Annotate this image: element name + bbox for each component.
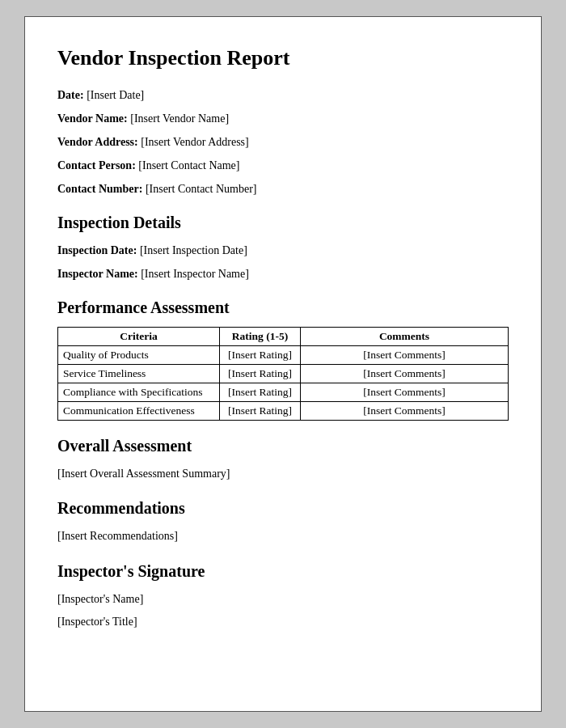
rating-cell: [Insert Rating] <box>220 402 301 421</box>
comments-cell: [Insert Comments] <box>301 346 509 365</box>
overall-assessment-content: [Insert Overall Assessment Summary] <box>57 465 509 483</box>
contact-number-value: [Insert Contact Number] <box>146 183 257 195</box>
contact-person-field: Contact Person: [Insert Contact Name] <box>57 157 509 174</box>
table-row: Communication Effectiveness[Insert Ratin… <box>58 402 509 421</box>
performance-assessment-title: Performance Assessment <box>57 298 509 317</box>
comments-cell: [Insert Comments] <box>301 365 509 383</box>
table-row: Compliance with Specifications[Insert Ra… <box>58 383 509 402</box>
vendor-name-label: Vendor Name: <box>57 112 128 125</box>
criteria-cell: Quality of Products <box>58 346 220 365</box>
table-header-row: Criteria Rating (1-5) Comments <box>58 328 509 346</box>
vendor-address-label: Vendor Address: <box>57 136 138 148</box>
col-header-rating: Rating (1-5) <box>220 328 301 346</box>
rating-cell: [Insert Rating] <box>220 365 301 383</box>
inspector-name-value: [Insert Inspector Name] <box>141 268 249 280</box>
date-label: Date: <box>57 89 84 101</box>
rating-cell: [Insert Rating] <box>220 383 301 402</box>
inspection-details-title: Inspection Details <box>57 214 509 232</box>
table-row: Service Timeliness[Insert Rating][Insert… <box>58 365 509 383</box>
inspector-name-field: Inspector Name: [Insert Inspector Name] <box>57 265 509 282</box>
vendor-name-field: Vendor Name: [Insert Vendor Name] <box>57 110 509 127</box>
recommendations-title: Recommendations <box>57 499 509 518</box>
col-header-criteria: Criteria <box>58 328 220 346</box>
col-header-comments: Comments <box>301 328 509 346</box>
vendor-address-value: [Insert Vendor Address] <box>141 136 249 148</box>
criteria-cell: Compliance with Specifications <box>58 383 220 402</box>
inspector-signature-name: [Inspector's Name] <box>57 590 509 608</box>
inspection-date-value: [Insert Inspection Date] <box>140 244 247 256</box>
contact-number-field: Contact Number: [Insert Contact Number] <box>57 180 509 197</box>
comments-cell: [Insert Comments] <box>301 402 509 421</box>
inspector-signature-title: Inspector's Signature <box>57 562 509 581</box>
rating-cell: [Insert Rating] <box>220 346 301 365</box>
vendor-name-value: [Insert Vendor Name] <box>130 112 229 125</box>
overall-assessment-title: Overall Assessment <box>57 437 509 455</box>
criteria-cell: Communication Effectiveness <box>58 402 220 421</box>
inspection-date-label: Inspection Date: <box>57 244 137 256</box>
date-field: Date: [Insert Date] <box>57 87 509 104</box>
contact-person-value: [Insert Contact Name] <box>138 159 239 171</box>
report-title: Vendor Inspection Report <box>57 46 509 70</box>
report-page: Vendor Inspection Report Date: [Insert D… <box>24 16 542 712</box>
inspection-date-field: Inspection Date: [Insert Inspection Date… <box>57 242 509 259</box>
comments-cell: [Insert Comments] <box>301 383 509 402</box>
contact-person-label: Contact Person: <box>57 159 136 171</box>
date-value: [Insert Date] <box>87 89 144 101</box>
inspector-signature-title-value: [Inspector's Title] <box>57 613 509 631</box>
inspector-name-label: Inspector Name: <box>57 268 138 280</box>
contact-number-label: Contact Number: <box>57 183 142 195</box>
vendor-address-field: Vendor Address: [Insert Vendor Address] <box>57 133 509 150</box>
table-row: Quality of Products[Insert Rating][Inser… <box>58 346 509 365</box>
performance-table: Criteria Rating (1-5) Comments Quality o… <box>57 327 509 421</box>
recommendations-content: [Insert Recommendations] <box>57 527 509 545</box>
criteria-cell: Service Timeliness <box>58 365 220 383</box>
